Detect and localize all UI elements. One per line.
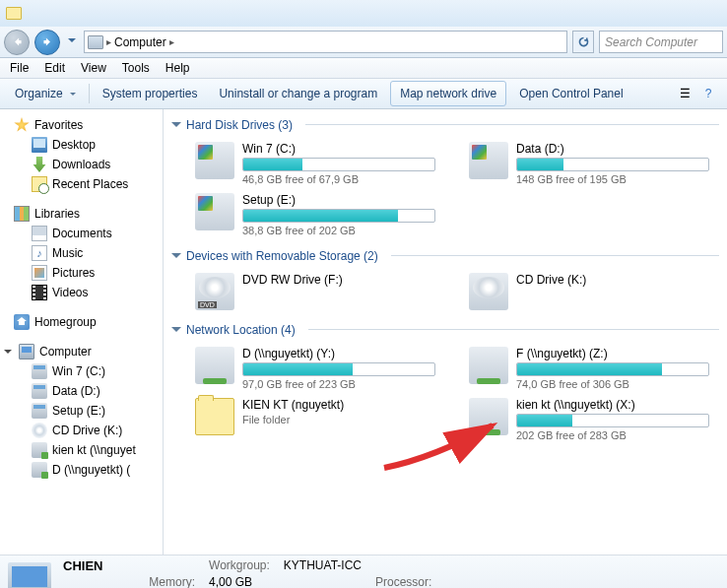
collapse-icon[interactable] [3,348,12,357]
drive-name: F (\\nguyetkt) (Z:) [516,347,709,360]
menu-edit[interactable]: Edit [36,58,73,78]
section-hdd[interactable]: Hard Disk Drives (3) [171,117,719,132]
organize-button[interactable]: Organize [6,82,85,105]
dvd-icon [195,273,234,310]
drive-name: Win 7 (C:) [242,142,435,156]
desktop-icon [32,137,47,153]
sidebar-drive-c[interactable]: Win 7 (C:) [0,361,163,381]
breadcrumb-item[interactable]: Computer [114,35,166,49]
address-bar[interactable]: ▸ Computer ▸ [84,31,567,53]
netd-icon [469,347,508,384]
drive-name: DVD RW Drive (F:) [242,273,435,287]
chevron-right-icon[interactable]: ▸ [169,36,174,47]
sidebar-pictures[interactable]: Pictures [0,263,163,283]
drive-item[interactable]: D (\\nguyetkt) (Y:)97,0 GB free of 223 G… [193,345,437,392]
music-icon [32,245,47,261]
chevron-down-icon [171,327,181,337]
drive-free-text: 148 GB free of 195 GB [516,173,709,185]
drive-icon [32,383,47,399]
drive-name: CD Drive (K:) [516,273,709,287]
library-icon [14,206,30,222]
map-network-drive-button[interactable]: Map network drive [390,81,506,106]
capacity-bar [242,362,435,376]
folder-icon [195,398,234,435]
drive-icon [32,363,47,379]
homegroup-group[interactable]: Homegroup [0,312,163,332]
netd-icon [195,347,234,384]
sidebar-desktop[interactable]: Desktop [0,135,163,155]
sidebar-drive-y[interactable]: D (\\nguyetkt) ( [0,460,163,480]
workgroup-value: KYTHUAT-ICC [284,558,362,573]
view-options-icon[interactable]: ☰ [676,85,694,102]
capacity-bar [242,158,435,171]
hdd-icon [195,142,234,179]
navigation-bar: ▸ Computer ▸ Search Computer [0,27,727,58]
sidebar-drive-k[interactable]: CD Drive (K:) [0,421,163,440]
cd-icon [32,423,47,438]
capacity-bar [516,158,709,171]
chevron-down-icon [171,122,181,132]
sidebar-recent[interactable]: Recent Places [0,174,163,194]
title-bar [0,0,727,27]
drive-item[interactable]: kien kt (\\nguyetkt) (X:)202 GB free of … [467,396,711,443]
menu-help[interactable]: Help [158,58,198,78]
forward-button[interactable] [34,30,60,55]
download-icon [32,157,47,172]
capacity-bar [516,414,709,427]
search-input[interactable]: Search Computer [599,31,723,53]
drive-free-text: 97,0 GB free of 223 GB [242,378,435,390]
sidebar-drive-x[interactable]: kien kt (\\nguyet [0,440,163,460]
drive-free-text: 46,8 GB free of 67,9 GB [242,173,435,185]
sidebar-documents[interactable]: Documents [0,224,163,243]
drive-free-text: 202 GB free of 283 GB [516,429,709,441]
capacity-bar [516,362,709,376]
help-icon[interactable]: ? [699,85,717,102]
refresh-button[interactable] [572,31,594,53]
network-drive-icon [32,462,47,478]
picture-icon [32,265,47,281]
memory-label: Memory: [63,575,195,588]
system-properties-button[interactable]: System properties [94,82,207,105]
recent-icon [32,176,47,192]
hdd-icon [469,142,508,179]
sidebar-videos[interactable]: Videos [0,283,163,302]
drive-item[interactable]: KIEN KT (nguyetkt)File folder [193,396,437,443]
folder-icon [6,7,22,20]
drive-item[interactable]: Data (D:)148 GB free of 195 GB [467,140,711,187]
drive-free-text: 74,0 GB free of 306 GB [516,378,709,390]
back-button[interactable] [4,30,30,55]
drive-name: Setup (E:) [242,193,435,207]
menu-bar: File Edit View Tools Help [0,58,727,79]
sidebar-downloads[interactable]: Downloads [0,155,163,174]
section-removable[interactable]: Devices with Removable Storage (2) [171,248,719,263]
favorites-group[interactable]: Favorites [0,115,163,135]
details-pane: CHIEN Workgroup: KYTHUAT-ICC Memory: 4,0… [0,555,727,588]
history-dropdown[interactable] [65,33,79,52]
sidebar-music[interactable]: Music [0,243,163,263]
drive-item[interactable]: F (\\nguyetkt) (Z:)74,0 GB free of 306 G… [467,345,711,392]
drive-item[interactable]: CD Drive (K:) [467,271,711,312]
chevron-down-icon [171,253,181,263]
network-drive-icon [32,442,47,458]
drive-item[interactable]: Setup (E:)38,8 GB free of 202 GB [193,191,437,238]
control-panel-button[interactable]: Open Control Panel [510,82,631,105]
drive-item[interactable]: DVD RW Drive (F:) [193,271,437,312]
menu-view[interactable]: View [73,58,114,78]
video-icon [32,285,47,300]
content-pane: Hard Disk Drives (3) Win 7 (C:)46,8 GB f… [164,109,727,555]
section-network[interactable]: Network Location (4) [171,322,719,337]
libraries-group[interactable]: Libraries [0,204,163,224]
document-icon [32,226,47,241]
drive-item[interactable]: Win 7 (C:)46,8 GB free of 67,9 GB [193,140,437,187]
computer-group[interactable]: Computer [0,342,163,361]
chevron-right-icon[interactable]: ▸ [106,36,111,47]
sidebar-drive-d[interactable]: Data (D:) [0,381,163,401]
menu-file[interactable]: File [2,58,36,78]
processor-label: Processor: [375,575,431,588]
separator [89,84,90,103]
workgroup-label: Workgroup: [209,558,270,573]
drive-name: Data (D:) [516,142,709,156]
menu-tools[interactable]: Tools [114,58,158,78]
sidebar-drive-e[interactable]: Setup (E:) [0,401,163,421]
uninstall-button[interactable]: Uninstall or change a program [210,82,386,105]
